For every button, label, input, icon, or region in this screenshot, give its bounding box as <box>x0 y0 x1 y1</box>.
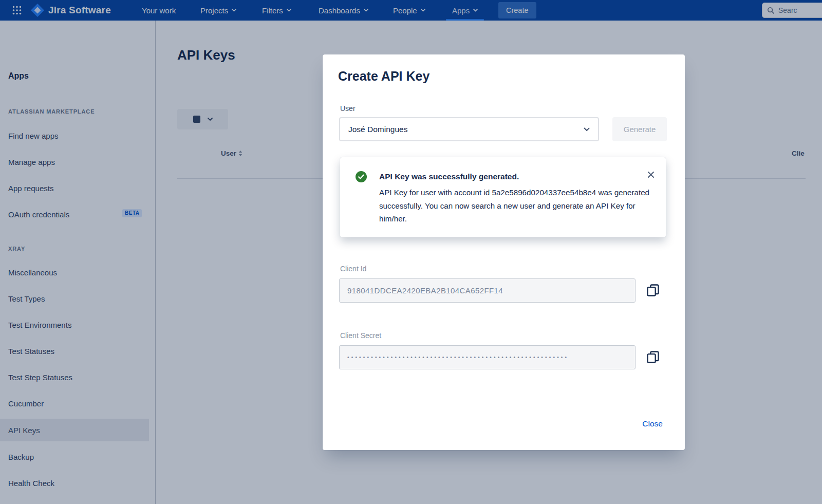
client-id-label: Client Id <box>340 265 366 273</box>
success-check-icon <box>356 171 367 182</box>
user-select-value: José Domingues <box>348 125 407 134</box>
client-id-field[interactable]: 918041DDCEA2420EBA2B104CA652FF14 <box>339 278 636 303</box>
copy-client-id-icon[interactable] <box>646 283 660 297</box>
user-field-label: User <box>340 104 356 113</box>
create-api-key-modal: Create API Key User José Domingues Gener… <box>323 54 685 450</box>
client-secret-field[interactable]: ••••••••••••••••••••••••••••••••••••••••… <box>339 345 636 369</box>
client-id-value: 918041DDCEA2420EBA2B104CA652FF14 <box>347 286 503 295</box>
chevron-down-icon <box>584 127 590 132</box>
flag-description: API Key for user with account id 5a2e589… <box>379 186 659 226</box>
close-button[interactable]: Close <box>642 419 663 428</box>
page: Jira Software Your work Projects Filters… <box>0 0 822 504</box>
modal-title: Create API Key <box>338 69 429 84</box>
flag-close-icon[interactable] <box>647 171 655 178</box>
copy-client-secret-icon[interactable] <box>646 350 660 364</box>
client-secret-masked-value: ••••••••••••••••••••••••••••••••••••••••… <box>347 354 569 360</box>
client-secret-label: Client Secret <box>340 331 381 340</box>
user-select[interactable]: José Domingues <box>339 117 599 141</box>
generate-button[interactable]: Generate <box>612 117 667 141</box>
success-flag: API Key was successfully generated. API … <box>340 157 666 237</box>
flag-title: API Key was successfully generated. <box>379 172 519 181</box>
